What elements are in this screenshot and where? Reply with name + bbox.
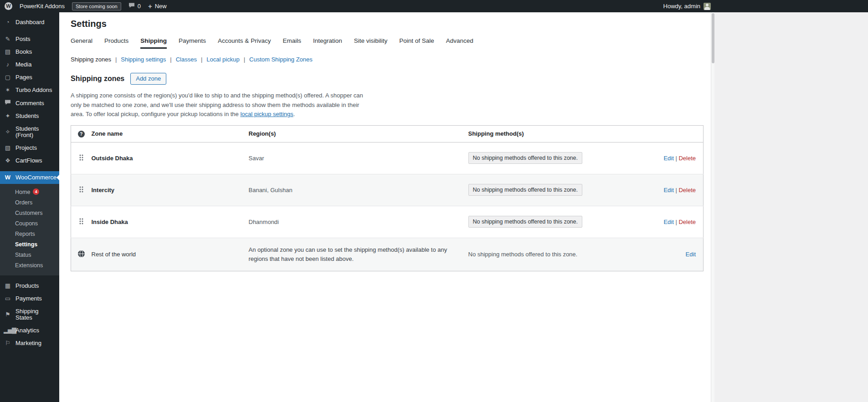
sidebar-item-label: Students (Front): [15, 126, 56, 138]
submenu-item-label: Orders: [15, 199, 32, 206]
column-header-regions: Region(s): [249, 125, 468, 142]
account-menu[interactable]: Howdy, admin: [663, 0, 711, 12]
edit-zone-link[interactable]: Edit: [663, 187, 673, 193]
column-header-shipping-methods: Shipping method(s): [468, 125, 651, 142]
delete-zone-link[interactable]: Delete: [678, 155, 696, 162]
drag-handle-icon[interactable]: [79, 218, 83, 226]
wordpress-admin-screen: W PowerKit Addons Store coming soon 0 + …: [0, 0, 868, 402]
shipping-methods-badge: No shipping methods offered to this zone…: [468, 152, 582, 164]
sidebar-item-students-front[interactable]: ✧ Students (Front): [0, 122, 59, 142]
submenu-item-label: Extensions: [15, 262, 43, 269]
sidebar-item-label: Pages: [15, 74, 32, 81]
subnav-local-pickup[interactable]: Local pickup: [206, 56, 239, 63]
new-content-button[interactable]: + New: [148, 2, 167, 10]
sidebar-item-label: Dashboard: [15, 19, 45, 25]
plus-icon: +: [148, 2, 152, 10]
tab-site-visibility[interactable]: Site visibility: [354, 37, 388, 49]
submenu-item-reports[interactable]: Reports: [0, 229, 59, 239]
dashboard-icon: ◔: [4, 19, 12, 25]
sidebar-item-payments[interactable]: ▭ Payments: [0, 292, 59, 305]
wordpress-logo-button[interactable]: W: [5, 2, 12, 10]
subnav-classes[interactable]: Classes: [176, 56, 197, 63]
zone-regions: Dhanmondi: [249, 219, 279, 225]
submenu-item-customers[interactable]: Customers: [0, 208, 59, 219]
sidebar-item-projects[interactable]: ▧ Projects: [0, 142, 59, 154]
sidebar-item-marketing[interactable]: ⚐ Marketing: [0, 337, 59, 350]
delete-zone-link[interactable]: Delete: [678, 219, 696, 225]
table-row: Outside Dhaka Savar No shipping methods …: [71, 142, 704, 174]
shipping-zones-description: A shipping zone consists of the region(s…: [71, 91, 369, 119]
local-pickup-settings-link[interactable]: local pickup settings: [240, 111, 293, 117]
delete-zone-link[interactable]: Delete: [678, 187, 696, 193]
sidebar-item-media[interactable]: ♪ Media: [0, 58, 59, 71]
add-zone-button[interactable]: Add zone: [130, 73, 166, 85]
products-icon: ▦: [4, 283, 12, 289]
menu-separator: [0, 167, 59, 171]
sidebar-item-products[interactable]: ▦ Products: [0, 280, 59, 292]
sidebar-item-comments[interactable]: Comments: [0, 97, 59, 110]
tab-accounts-privacy[interactable]: Accounts & Privacy: [218, 37, 271, 49]
sidebar-item-cartflows[interactable]: ❖ CartFlows: [0, 154, 59, 167]
shipping-methods-text: No shipping methods offered to this zone…: [468, 251, 578, 258]
tab-payments[interactable]: Payments: [179, 37, 206, 49]
menu-separator: [0, 275, 59, 280]
subnav-shipping-settings[interactable]: Shipping settings: [121, 56, 166, 63]
tab-shipping[interactable]: Shipping: [140, 37, 167, 49]
subnav-custom-shipping-zones[interactable]: Custom Shipping Zones: [249, 56, 313, 63]
tab-general[interactable]: General: [71, 37, 92, 49]
cartflows-icon: ❖: [4, 158, 12, 164]
sidebar-item-posts[interactable]: ✎ Posts: [0, 33, 59, 46]
separator: |: [244, 56, 245, 63]
submenu-item-label: Settings: [15, 241, 37, 248]
separator: |: [170, 56, 171, 63]
submenu-item-status[interactable]: Status: [0, 250, 59, 260]
sidebar-item-label: Media: [15, 61, 31, 68]
turbo-addons-icon: ✶: [4, 87, 12, 93]
submenu-item-home[interactable]: Home4: [0, 187, 59, 198]
sidebar-item-dashboard[interactable]: ◔ Dashboard: [0, 16, 59, 29]
submenu-item-settings[interactable]: Settings: [0, 239, 59, 250]
students-icon: ✦: [4, 113, 12, 119]
help-icon[interactable]: ?: [78, 131, 85, 137]
drag-handle-icon[interactable]: [79, 186, 83, 194]
students-front-icon: ✧: [4, 129, 12, 135]
submenu-item-extensions[interactable]: Extensions: [0, 260, 59, 271]
zone-name: Intercity: [92, 187, 115, 193]
scrollbar[interactable]: [711, 12, 714, 402]
separator: |: [675, 187, 677, 193]
sidebar-item-students[interactable]: ✦ Students: [0, 110, 59, 122]
section-title: Shipping zones: [71, 75, 124, 83]
submenu-item-label: Reports: [15, 231, 35, 237]
sidebar-item-pages[interactable]: ▢ Pages: [0, 71, 59, 84]
media-icon: ♪: [4, 61, 12, 68]
marketing-icon: ⚐: [4, 340, 12, 346]
shipping-methods-badge: No shipping methods offered to this zone…: [468, 184, 582, 196]
sidebar-item-turbo-addons[interactable]: ✶ Turbo Addons: [0, 84, 59, 97]
globe-icon: [77, 252, 85, 259]
tab-emails[interactable]: Emails: [282, 37, 301, 49]
sidebar-item-label: Products: [15, 283, 39, 289]
sidebar-item-shipping-states[interactable]: ⚑ Shipping States: [0, 305, 59, 324]
sidebar-item-analytics[interactable]: ▂▅▇ Analytics: [0, 324, 59, 337]
sidebar-item-label: CartFlows: [15, 158, 42, 164]
tab-advanced[interactable]: Advanced: [446, 37, 473, 49]
tab-point-of-sale[interactable]: Point of Sale: [399, 37, 434, 49]
submenu-item-orders[interactable]: Orders: [0, 198, 59, 208]
sidebar-item-books[interactable]: ▤ Books: [0, 46, 59, 58]
comments-admin-bar-button[interactable]: 0: [128, 3, 141, 10]
right-gutter: [714, 12, 868, 402]
submenu-item-coupons[interactable]: Coupons: [0, 219, 59, 229]
tab-products[interactable]: Products: [104, 37, 128, 49]
sidebar-item-woocommerce[interactable]: W WooCommerce: [0, 171, 59, 184]
submenu-item-label: Coupons: [15, 220, 38, 227]
user-avatar: [704, 3, 711, 10]
separator: |: [675, 155, 677, 162]
edit-zone-link[interactable]: Edit: [663, 155, 673, 162]
sidebar-item-label: Marketing: [15, 340, 41, 346]
edit-zone-link[interactable]: Edit: [686, 251, 696, 258]
edit-zone-link[interactable]: Edit: [663, 219, 673, 225]
site-name-link[interactable]: PowerKit Addons: [20, 3, 65, 10]
tab-integration[interactable]: Integration: [313, 37, 342, 49]
drag-handle-icon[interactable]: [79, 154, 83, 163]
subnav-shipping-zones[interactable]: Shipping zones: [71, 56, 111, 63]
